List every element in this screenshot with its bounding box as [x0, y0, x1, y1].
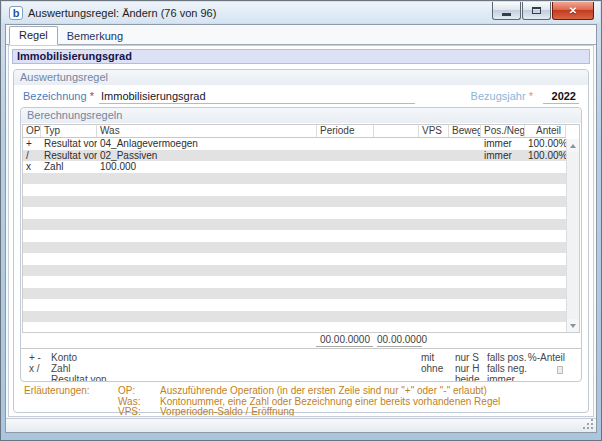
table-row[interactable]: xZahl100.000 — [23, 161, 566, 173]
legend-posneg-options: falls pos. falls neg. immer — [487, 352, 527, 382]
vertical-scrollbar[interactable] — [566, 139, 579, 332]
table-empty-row[interactable] — [23, 196, 566, 208]
table-cell: immer — [481, 138, 525, 150]
notes-section: Erläuterungen: OP:Auszuführende Operatio… — [14, 382, 588, 416]
arrow-up-icon — [570, 144, 576, 148]
table-empty-row[interactable] — [23, 207, 566, 219]
rules-table: OPTypWasPeriodeVPSBeweg.Pos./Neg.Anteil … — [22, 124, 580, 333]
table-empty-row[interactable] — [23, 253, 566, 265]
auswertungsregel-group: Auswertungsregel Bezeichnung * Immobilis… — [13, 69, 589, 413]
notes-label: Erläuterungen: — [24, 386, 118, 416]
window-controls: ✕ — [492, 2, 594, 20]
table-empty-row[interactable] — [23, 242, 566, 254]
legend-op-types: Konto Zahl Resultat von — [51, 352, 107, 382]
table-cell — [419, 138, 449, 150]
bezugsjahr-input[interactable]: 2022 — [543, 89, 579, 104]
table-cell: / — [23, 150, 41, 162]
maximize-icon — [532, 7, 541, 14]
table-empty-row[interactable] — [23, 299, 566, 311]
legend-op-symbols: + - x / — [29, 352, 51, 382]
berechnungsregeln-group-title: Berechnungsregeln — [21, 108, 581, 123]
table-cell: 04_Anlagevermoegen — [97, 138, 317, 150]
table-cell — [317, 138, 374, 150]
client-area: Regel Bemerkung Immobilisierungsgrad Aus… — [5, 24, 597, 433]
app-icon: b — [9, 6, 23, 20]
table-cell — [374, 161, 419, 173]
tab-regel[interactable]: Regel — [9, 26, 58, 45]
scroll-down-button[interactable] — [567, 319, 579, 332]
table-cell — [449, 138, 481, 150]
table-empty-row[interactable] — [23, 311, 566, 323]
table-empty-row[interactable] — [23, 322, 566, 334]
column-header: Typ — [41, 125, 97, 137]
table-cell — [481, 161, 525, 173]
legend: + - x / Konto Zahl Resultat von mit o — [21, 348, 581, 382]
form-field-row: Bezeichnung * Immobilisierungsgrad Bezug… — [14, 85, 588, 107]
column-header: Beweg. — [449, 125, 481, 137]
column-header: Pos./Neg. — [481, 125, 525, 137]
tab-panel: Immobilisierungsgrad Auswertungsregel Be… — [8, 45, 594, 417]
table-empty-row[interactable] — [23, 184, 566, 196]
table-row[interactable]: +Resultat von04_Anlagevermoegenimmer100.… — [23, 138, 566, 150]
date-fields-row: 00.00.0000 00.00.0000 — [21, 333, 581, 348]
status-bar — [6, 418, 596, 432]
legend-periode-options: mit ohne — [421, 352, 443, 374]
scroll-up-button[interactable] — [567, 139, 579, 152]
table-cell — [317, 150, 374, 162]
notes-rows: OP:Auszuführende Operation (in der erste… — [118, 386, 500, 416]
column-header: VPS — [419, 125, 449, 137]
table-cell: immer — [481, 150, 525, 162]
column-header: Was — [97, 125, 317, 137]
table-cell: Resultat von — [41, 150, 97, 162]
window-title: Auswertungsregel: Ändern (76 von 96) — [28, 7, 216, 19]
close-icon: ✕ — [569, 6, 577, 16]
maximize-button[interactable] — [522, 2, 551, 20]
bezeichnung-label: Bezeichnung * — [23, 90, 99, 102]
minimize-icon — [502, 13, 511, 16]
note-row: OP:Auszuführende Operation (in der erste… — [118, 386, 500, 397]
required-marker: * — [529, 90, 533, 102]
table-empty-row[interactable] — [23, 276, 566, 288]
table-empty-row[interactable] — [23, 173, 566, 185]
table-empty-row[interactable] — [23, 219, 566, 231]
table-cell — [419, 150, 449, 162]
table-cell: + — [23, 138, 41, 150]
note-row: VPS:Vorperioden-Saldo / Eröffnung — [118, 407, 500, 416]
tab-bemerkung[interactable]: Bemerkung — [58, 28, 132, 45]
auswertungsregel-group-title: Auswertungsregel — [14, 70, 588, 85]
date-from-field[interactable]: 00.00.0000 — [316, 334, 373, 347]
table-row[interactable]: /Resultat von02_Passivenimmer100.00% — [23, 150, 566, 162]
column-header — [374, 125, 419, 137]
column-header: OP — [23, 125, 41, 137]
table-cell: 100.00% — [525, 150, 566, 162]
tab-bar: Regel Bemerkung — [6, 25, 596, 45]
date-to-field[interactable]: 00.00.0000 — [377, 334, 422, 347]
table-cell: x — [23, 161, 41, 173]
spin-box-icon — [557, 366, 563, 374]
table-header-row: OPTypWasPeriodeVPSBeweg.Pos./Neg.Anteil — [23, 125, 566, 138]
bezeichnung-input[interactable]: Immobilisierungsgrad — [99, 89, 415, 104]
required-marker: * — [90, 90, 94, 102]
table-empty-row[interactable] — [23, 230, 566, 242]
table-cell: 100.000 — [97, 161, 317, 173]
resize-grip[interactable] — [583, 419, 594, 430]
window: b Auswertungsregel: Ändern (76 von 96) ✕… — [0, 0, 602, 441]
table-cell — [374, 150, 419, 162]
close-button[interactable]: ✕ — [552, 2, 594, 20]
table-cell — [419, 161, 449, 173]
table-cell: Zahl — [41, 161, 97, 173]
column-header: Anteil — [525, 125, 566, 137]
table-cell: 100.00% — [525, 138, 566, 150]
table-cell: 02_Passiven — [97, 150, 317, 162]
table-body: +Resultat von04_Anlagevermoegenimmer100.… — [23, 138, 566, 334]
column-header: Periode — [317, 125, 374, 137]
table-cell — [374, 138, 419, 150]
table-cell — [525, 161, 566, 173]
bezugsjahr-label: Bezugsjahr * — [471, 90, 533, 102]
table-empty-row[interactable] — [23, 265, 566, 277]
table-cell — [449, 161, 481, 173]
minimize-button[interactable] — [492, 2, 521, 20]
table-cell — [449, 150, 481, 162]
table-empty-row[interactable] — [23, 288, 566, 300]
legend-beweg-options: nur S nur H beide — [455, 352, 479, 382]
